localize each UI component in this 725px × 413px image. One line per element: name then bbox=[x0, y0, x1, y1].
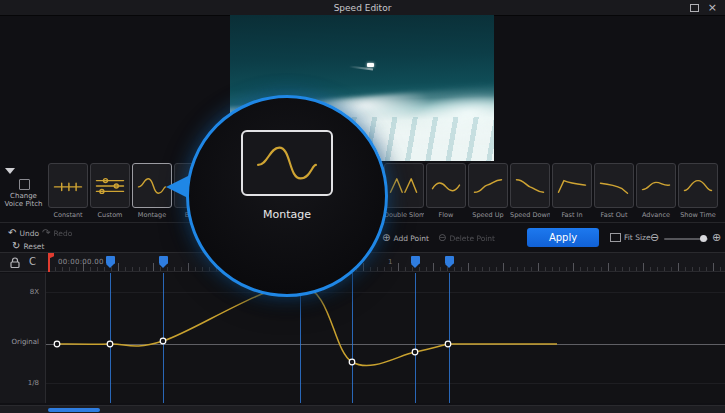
curve-keyframe-dot[interactable] bbox=[349, 359, 355, 365]
undo-button[interactable]: ↶ Undo bbox=[8, 228, 39, 238]
fit-size-icon bbox=[610, 233, 621, 242]
zoom-slider-knob[interactable] bbox=[700, 235, 707, 242]
axis-label-eighth: 1/8 bbox=[28, 379, 39, 387]
preset-thumbnail bbox=[510, 163, 550, 208]
preset-fast-in[interactable]: Fast In bbox=[552, 163, 592, 219]
preset-advance[interactable]: Advance bbox=[636, 163, 676, 219]
add-point-label: Add Point bbox=[393, 234, 429, 243]
preset-label: Speed Up bbox=[468, 211, 508, 219]
preset-label: Constant bbox=[48, 211, 88, 219]
curve-mode-icon[interactable]: C bbox=[29, 256, 36, 267]
curve-keyframe-dot[interactable] bbox=[107, 341, 113, 347]
preset-thumbnail bbox=[594, 163, 634, 208]
preset-speed-down[interactable]: Speed Down bbox=[510, 163, 550, 219]
preset-thumbnail bbox=[678, 163, 718, 208]
voice-pitch-label-line1: Change bbox=[0, 192, 47, 200]
preset-label: Fast Out bbox=[594, 211, 634, 219]
add-point-icon: ⊕ bbox=[382, 233, 390, 243]
montage-curve-icon bbox=[247, 136, 327, 190]
scrollbar-thumb[interactable] bbox=[48, 408, 100, 412]
preset-show-time[interactable]: Show Time bbox=[678, 163, 718, 219]
fit-size-button[interactable]: Fit Size bbox=[610, 233, 651, 242]
window-title: Speed Editor bbox=[334, 3, 392, 13]
preset-speed-up[interactable]: Speed Up bbox=[468, 163, 508, 219]
redo-button[interactable]: ↷ Redo bbox=[42, 228, 72, 238]
lock-icon[interactable] bbox=[9, 256, 21, 269]
timecode: 00:00:00.00 bbox=[58, 258, 104, 266]
preset-custom[interactable]: Custom bbox=[90, 163, 130, 219]
preset-thumbnail bbox=[48, 163, 88, 208]
preset-fast-out[interactable]: Fast Out bbox=[594, 163, 634, 219]
apply-button[interactable]: Apply bbox=[527, 228, 599, 247]
zoom-out-icon[interactable]: ⊖ bbox=[650, 232, 659, 243]
delete-point-icon: ⊖ bbox=[438, 233, 446, 243]
collapse-panel-icon[interactable] bbox=[5, 168, 15, 174]
maximize-icon[interactable] bbox=[690, 4, 699, 12]
ruler-number: 1 bbox=[388, 258, 392, 266]
magnifier-pointer-icon bbox=[166, 176, 188, 198]
apply-label: Apply bbox=[549, 232, 577, 243]
close-icon[interactable]: × bbox=[708, 2, 717, 13]
magnifier-overlay: Montage bbox=[186, 95, 388, 297]
preset-thumbnail bbox=[636, 163, 676, 208]
preset-label: Custom bbox=[90, 211, 130, 219]
fit-size-label: Fit Size bbox=[624, 233, 651, 242]
preset-label: Advance bbox=[636, 211, 676, 219]
preset-label: Speed Down bbox=[510, 211, 550, 219]
axis-label-original: Original bbox=[12, 338, 39, 346]
preset-constant[interactable]: Constant bbox=[48, 163, 88, 219]
voice-pitch-label-line2: Voice Pitch bbox=[0, 200, 47, 208]
preset-flow[interactable]: Flow bbox=[426, 163, 466, 219]
axis-label-8x: 8X bbox=[30, 288, 39, 296]
keyframe-pin[interactable] bbox=[106, 256, 115, 264]
preset-thumbnail bbox=[426, 163, 466, 208]
title-bar: Speed Editor × bbox=[0, 0, 725, 16]
undo-label: Undo bbox=[19, 229, 39, 238]
preset-label: Show Time bbox=[678, 211, 718, 219]
delete-point-label: Delete Point bbox=[449, 234, 495, 243]
preset-label: Montage bbox=[132, 211, 172, 219]
speed-curve[interactable] bbox=[0, 273, 725, 403]
keyframe-pin[interactable] bbox=[411, 256, 420, 264]
zoom-in-icon[interactable]: ⊕ bbox=[712, 232, 721, 243]
magnified-preset-montage[interactable] bbox=[241, 130, 333, 196]
curve-keyframe-dot[interactable] bbox=[54, 341, 60, 347]
keyframe-pin[interactable] bbox=[445, 256, 454, 264]
curve-keyframe-dot[interactable] bbox=[412, 349, 418, 355]
preset-thumbnail bbox=[552, 163, 592, 208]
preset-label: Double Slomo bbox=[384, 211, 424, 219]
voice-pitch-checkbox[interactable] bbox=[19, 179, 30, 190]
playhead[interactable] bbox=[48, 253, 50, 272]
preset-thumbnail bbox=[384, 163, 424, 208]
voice-pitch-label: Change Voice Pitch bbox=[0, 192, 47, 208]
boat bbox=[367, 63, 374, 67]
reset-icon: ↻ bbox=[12, 241, 20, 251]
reset-button[interactable]: ↻ Reset bbox=[12, 241, 44, 251]
preset-thumbnail bbox=[468, 163, 508, 208]
speed-graph[interactable]: 8X Original 1/8 bbox=[0, 273, 725, 403]
preset-thumbnail bbox=[90, 163, 130, 208]
add-point-button[interactable]: ⊕ Add Point bbox=[382, 233, 429, 243]
keyframe-pin[interactable] bbox=[159, 256, 168, 264]
undo-icon: ↶ bbox=[8, 228, 16, 238]
preset-label: Fast In bbox=[552, 211, 592, 219]
preset-double-slomo[interactable]: Double Slomo bbox=[384, 163, 424, 219]
curve-keyframe-dot[interactable] bbox=[445, 341, 451, 347]
redo-icon: ↷ bbox=[42, 228, 50, 238]
redo-label: Redo bbox=[53, 229, 72, 238]
reset-label: Reset bbox=[23, 242, 44, 251]
horizontal-scrollbar[interactable] bbox=[0, 405, 725, 413]
magnifier-label: Montage bbox=[189, 208, 385, 221]
curve-keyframe-dot[interactable] bbox=[160, 338, 166, 344]
preset-label: Flow bbox=[426, 211, 466, 219]
speed-axis: 8X Original 1/8 bbox=[0, 273, 46, 403]
speed-editor-window: Speed Editor × Change Voice Pitch Consta… bbox=[0, 0, 725, 413]
delete-point-button[interactable]: ⊖ Delete Point bbox=[438, 233, 495, 243]
